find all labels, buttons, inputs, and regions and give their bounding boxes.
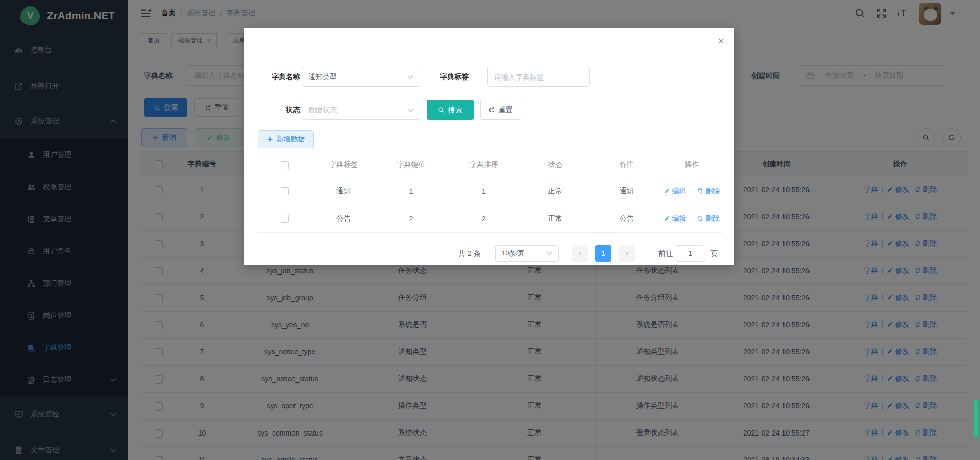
row-checkbox[interactable] xyxy=(281,187,289,195)
col-header-remark: 备注 xyxy=(591,152,662,177)
col-header-status: 状态 xyxy=(520,152,591,177)
remark-cell: 通知 xyxy=(591,177,662,205)
dict-value-cell: 1 xyxy=(374,177,448,205)
goto-page-input[interactable] xyxy=(675,245,705,262)
dict-data-table: 字典标签 字典键值 字典排序 状态 备注 操作 通知 1 1 正常 通知 编辑 … xyxy=(257,152,722,233)
refresh-icon xyxy=(488,107,495,113)
table-row: 公告 2 2 正常 公告 编辑 删除 xyxy=(257,205,722,233)
current-page-button[interactable]: 1 xyxy=(595,245,611,262)
operations-cell: 编辑 删除 xyxy=(662,177,722,205)
dict-sort-cell: 2 xyxy=(448,205,520,233)
select-all-header xyxy=(257,152,313,177)
chevron-down-icon xyxy=(407,108,413,112)
edit-link[interactable]: 编辑 xyxy=(672,214,687,222)
dict-label-cell: 公告 xyxy=(313,205,374,233)
table-header-row: 字典标签 字典键值 字典排序 状态 备注 操作 xyxy=(257,152,722,177)
col-header-label: 字典标签 xyxy=(313,152,374,177)
modal-reset-button[interactable]: 重置 xyxy=(480,100,521,120)
operations-cell: 编辑 删除 xyxy=(662,205,722,233)
plus-icon xyxy=(267,136,273,142)
search-icon xyxy=(438,107,445,113)
dict-label-input[interactable] xyxy=(487,67,590,87)
delete-link[interactable]: 删除 xyxy=(705,187,720,195)
row-checkbox[interactable] xyxy=(281,215,289,223)
status-select[interactable]: 数据状态 xyxy=(302,100,420,120)
col-header-sort: 字典排序 xyxy=(448,152,520,177)
app-root: V ZrAdmin.NET 控制台 外部打开 系统管理 用户管理 xyxy=(0,0,980,460)
pencil-icon xyxy=(664,188,670,194)
page-unit-label: 页 xyxy=(710,245,718,262)
add-data-button[interactable]: 新增数据 xyxy=(258,130,314,148)
modal-search-button[interactable]: 搜索 xyxy=(427,100,474,120)
prev-page-button[interactable]: ‹ xyxy=(572,245,588,262)
chevron-down-icon xyxy=(547,252,552,255)
dict-value-cell: 2 xyxy=(374,205,448,233)
close-dialog-icon[interactable]: × xyxy=(718,36,724,47)
dict-label-label: 字典标签 xyxy=(412,67,469,87)
col-header-value: 字典键值 xyxy=(374,152,448,177)
row-select-cell xyxy=(257,177,313,205)
row-select-cell xyxy=(257,205,313,233)
pencil-icon xyxy=(664,215,670,221)
dict-data-dialog: × 字典名称 通知类型 字典标签 状态 数据状态 搜索 重置 新增数据 xyxy=(244,28,734,265)
goto-label: 前往 xyxy=(658,245,673,262)
delete-link[interactable]: 删除 xyxy=(705,214,720,222)
edit-link[interactable]: 编辑 xyxy=(672,187,687,195)
col-header-operations: 操作 xyxy=(662,152,722,177)
select-all-checkbox[interactable] xyxy=(281,161,289,169)
total-count: 共 2 条 xyxy=(458,245,481,262)
dict-name-select[interactable]: 通知类型 xyxy=(302,67,420,87)
remark-cell: 公告 xyxy=(591,205,662,233)
next-page-button[interactable]: › xyxy=(619,245,635,262)
status-cell: 正常 xyxy=(520,177,591,205)
dict-sort-cell: 1 xyxy=(448,177,520,205)
pagination: 共 2 条 10条/页 ‹ 1 › 前往 页 xyxy=(244,245,734,262)
trash-icon xyxy=(697,215,703,221)
page-size-select[interactable]: 10条/页 xyxy=(495,245,559,262)
status-cell: 正常 xyxy=(520,205,591,233)
status-label: 状态 xyxy=(259,100,300,120)
dict-label-cell: 通知 xyxy=(313,177,374,205)
scrollbar-thumb[interactable] xyxy=(974,400,978,438)
table-row: 通知 1 1 正常 通知 编辑 删除 xyxy=(257,177,722,205)
dict-name-label: 字典名称 xyxy=(259,67,300,87)
trash-icon xyxy=(697,188,703,194)
